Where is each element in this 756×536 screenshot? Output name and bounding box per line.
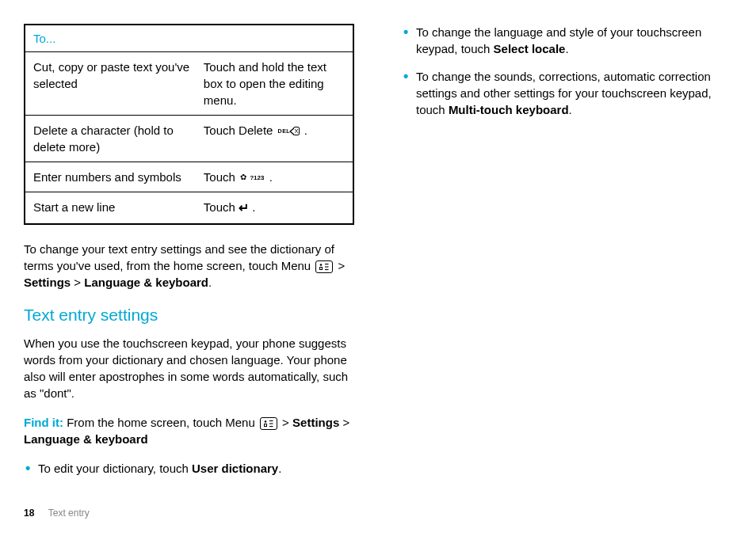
table-action: Delete a character (hold to delete more) [33,122,204,155]
svg-rect-6 [264,424,266,426]
page-footer: 18 Text entry [24,507,90,520]
instructions-table: To... Cut, copy or paste text you've sel… [24,24,354,225]
text: > [338,259,346,272]
list-item: To change the language and style of your… [402,24,732,57]
symbols-icon-label: ?123 [250,174,264,181]
find-it-label: Find it: [24,416,63,429]
delete-icon-label: DEL [278,128,291,134]
text: . [278,462,281,475]
bold-text: Language & keyboard [84,276,208,289]
table-action: Start a new line [33,199,204,217]
symbols-icon: ✿ ?123 [240,169,268,182]
svg-rect-8 [269,423,273,424]
left-column: To... Cut, copy or paste text you've sel… [24,24,354,520]
svg-rect-1 [320,268,323,270]
delete-icon-box: X [293,127,299,135]
delete-icon: DEL X [278,122,303,135]
bold-text: Settings [24,276,71,289]
text: . [569,103,572,116]
svg-rect-2 [325,264,329,264]
enter-icon: ↵ [239,201,249,215]
table-instruction: Touch ↵ . [204,199,345,217]
description-paragraph: When you use the touchscreen keypad, you… [24,335,354,401]
table-row: Cut, copy or paste text you've selected … [25,52,353,116]
svg-rect-9 [269,426,273,427]
svg-rect-7 [269,420,273,421]
text: Touch [204,200,239,214]
text: . [565,42,568,55]
table-action: Enter numbers and symbols [33,169,204,185]
text: > [342,416,349,429]
list-item: To change the sounds, corrections, autom… [402,68,732,118]
section-heading: Text entry settings [24,303,354,326]
bold-text: User dictionary [192,462,278,475]
bullet-list: To change the language and style of your… [402,24,732,118]
table-instruction: Touch Delete DEL X . [204,122,345,155]
page-section-name: Text entry [48,507,90,519]
bullet-list: To edit your dictionary, touch User dict… [24,460,354,477]
text: . [269,170,273,184]
text: To edit your dictionary, touch [38,462,192,475]
text: From the home screen, touch Menu [67,416,258,429]
svg-point-0 [320,264,323,266]
text: . [252,200,255,214]
text: To change your text entry settings and s… [24,242,334,272]
list-item: To edit your dictionary, touch User dict… [24,460,354,477]
table-header: To... [25,25,353,52]
text: > [74,276,84,289]
settings-paragraph: To change your text entry settings and s… [24,241,354,291]
page-number: 18 [24,507,34,519]
bold-text: Select locale [494,42,566,55]
menu-icon [260,417,277,430]
text: Touch Delete [204,124,277,137]
text: Touch [204,170,239,184]
text: > [282,416,292,429]
bold-text: Multi-touch keyboard [449,103,569,116]
text: . [304,124,307,137]
table-row: Start a new line Touch ↵ . [25,192,353,223]
table-instruction: Touch and hold the text box to open the … [204,59,345,108]
text: . [208,276,212,289]
gear-icon: ✿ [240,173,246,181]
svg-rect-3 [325,267,329,268]
right-column: To change the language and style of your… [402,24,732,520]
svg-rect-4 [325,269,329,270]
table-action: Cut, copy or paste text you've selected [33,59,204,108]
find-it-paragraph: Find it: From the home screen, touch Men… [24,414,354,447]
bold-text: Language & keyboard [24,432,148,446]
table-row: Delete a character (hold to delete more)… [25,116,353,162]
bold-text: Settings [292,416,339,429]
table-row: Enter numbers and symbols Touch ✿ ?123 . [25,162,353,192]
table-instruction: Touch ✿ ?123 . [204,169,345,185]
svg-point-5 [265,420,267,423]
menu-icon [315,260,333,273]
